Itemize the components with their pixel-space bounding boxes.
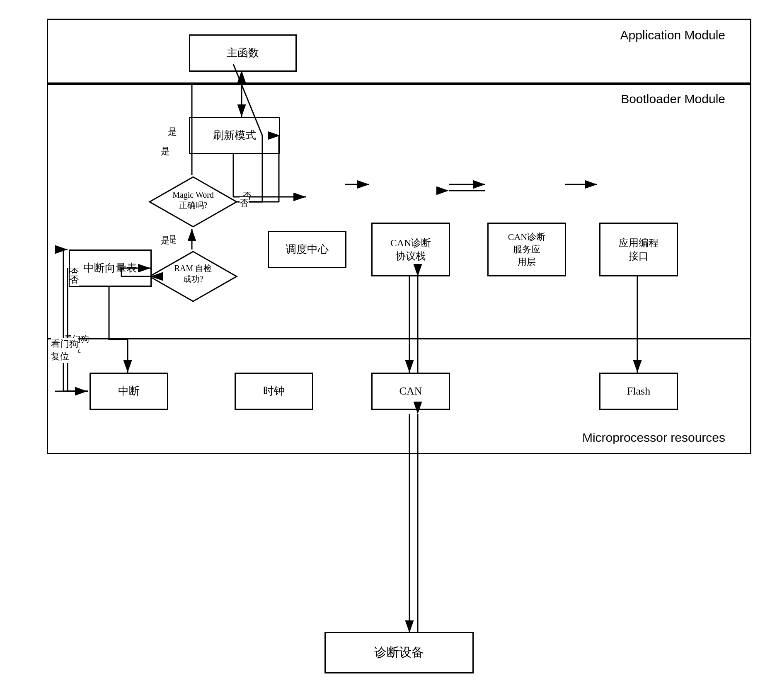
micro-module-box: Microprocessor resources 中断 时钟 CAN Flash <box>47 338 751 454</box>
app-module-box: Application Module 主函数 <box>47 19 751 85</box>
yes-label-ram: 是 <box>161 234 170 247</box>
app-prog-box: 应用编程 接口 <box>599 223 678 276</box>
svg-text:RAM 自检: RAM 自检 <box>174 264 212 273</box>
can-stack-box: CAN诊断 协议栈 <box>371 223 450 276</box>
dispatch-box: 调度中心 <box>268 231 346 268</box>
micro-module-label: Microprocessor resources <box>582 431 725 445</box>
magic-word-diamond: Magic Word 正确吗? <box>148 175 239 229</box>
boot-module-box: Bootloader Module 刷新模式 Magic Word 正确吗? R… <box>47 82 751 339</box>
svg-text:成功?: 成功? <box>183 274 203 283</box>
app-module-label: Application Module <box>620 28 726 42</box>
diag-device-wrapper: 诊断设备 <box>47 632 751 673</box>
flash-box: Flash <box>599 373 678 410</box>
interrupt-vector-box: 中断向量表 <box>69 249 152 287</box>
boot-module-label: Bootloader Module <box>621 92 725 106</box>
diag-device-box: 诊断设备 <box>324 632 474 673</box>
no-label-magic: 否 <box>240 197 249 209</box>
ram-check-diamond: RAM 自检 成功? <box>148 249 239 303</box>
clock-box: 时钟 <box>235 373 313 410</box>
interrupt-box: 中断 <box>90 373 168 410</box>
yes-label-magic: 是 <box>161 145 170 157</box>
can-service-box: CAN诊断 服务应 用层 <box>487 223 566 276</box>
can-box: CAN <box>371 373 450 410</box>
watchdog-label: 看门狗复位 <box>51 338 78 363</box>
no-label-ram: 否 <box>70 274 79 286</box>
main-function-box: 主函数 <box>189 34 297 72</box>
svg-text:Magic Word: Magic Word <box>172 190 214 200</box>
refresh-mode-box: 刷新模式 <box>189 117 280 154</box>
svg-text:正确吗?: 正确吗? <box>179 201 208 210</box>
